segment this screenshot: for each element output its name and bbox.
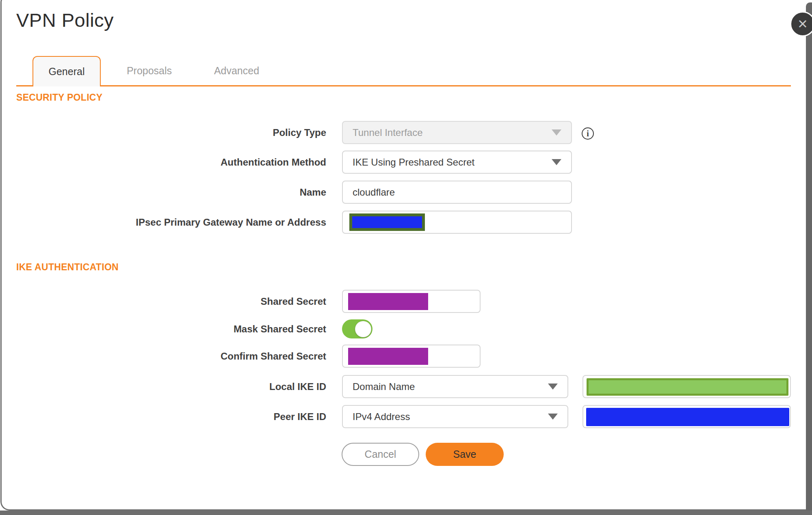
policy-type-label: Policy Type (16, 121, 326, 144)
peer-ike-id-type-value: IPv4 Address (353, 411, 548, 422)
cancel-button-label: Cancel (365, 448, 396, 460)
policy-type-select: Tunnel Interface (342, 121, 572, 144)
authentication-method-label: Authentication Method (16, 151, 326, 174)
confirm-shared-secret-label: Confirm Shared Secret (16, 345, 326, 368)
local-ike-id-value-input[interactable] (582, 375, 791, 398)
tab-general-label: General (49, 66, 85, 78)
chevron-down-icon (552, 129, 561, 136)
authentication-method-select[interactable]: IKE Using Preshared Secret (342, 151, 572, 174)
vpn-policy-dialog: ✕ VPN Policy General Proposals Advanced … (0, 0, 812, 515)
peer-ike-id-label: Peer IKE ID (16, 405, 326, 428)
info-icon[interactable]: i (582, 127, 594, 140)
chevron-down-icon (548, 414, 558, 420)
tab-advanced[interactable]: Advanced (193, 56, 280, 86)
redacted-shared-secret (348, 293, 428, 310)
toggle-knob (355, 321, 371, 337)
peer-ike-id-value-input[interactable] (582, 405, 791, 428)
name-input[interactable] (342, 181, 572, 204)
redacted-local-ike-id (587, 378, 788, 396)
local-ike-id-type-select[interactable]: Domain Name (342, 375, 568, 398)
tab-advanced-label: Advanced (214, 65, 259, 77)
peer-ike-id-type-select[interactable]: IPv4 Address (342, 405, 568, 428)
save-button-label: Save (453, 448, 476, 460)
shared-secret-label: Shared Secret (16, 290, 326, 313)
gateway-input[interactable] (342, 211, 572, 234)
name-label: Name (16, 181, 326, 204)
mask-shared-secret-label: Mask Shared Secret (16, 319, 326, 338)
mask-shared-secret-toggle[interactable] (342, 319, 372, 338)
shared-secret-input[interactable] (342, 290, 481, 313)
tab-proposals[interactable]: Proposals (114, 56, 185, 86)
tab-proposals-label: Proposals (127, 65, 172, 77)
local-ike-id-label: Local IKE ID (16, 375, 326, 398)
ike-authentication-heading: IKE AUTHENTICATION (16, 262, 119, 273)
tab-general[interactable]: General (32, 56, 101, 86)
tabs-underline (16, 85, 791, 86)
chevron-down-icon (552, 159, 561, 165)
save-button[interactable]: Save (426, 443, 504, 466)
redacted-confirm-shared-secret (348, 348, 428, 365)
redacted-gateway-address (349, 213, 425, 231)
gateway-label: IPsec Primary Gateway Name or Address (16, 211, 326, 234)
close-icon: ✕ (797, 18, 808, 30)
redacted-peer-ike-id (586, 408, 789, 426)
authentication-method-value: IKE Using Preshared Secret (353, 157, 552, 168)
page-backdrop-bottom (0, 511, 812, 515)
close-button[interactable]: ✕ (790, 11, 812, 37)
policy-type-value: Tunnel Interface (353, 127, 552, 138)
dialog-title: VPN Policy (16, 9, 114, 31)
local-ike-id-type-value: Domain Name (353, 381, 548, 392)
page-backdrop-right (806, 2, 812, 515)
chevron-down-icon (548, 384, 558, 390)
security-policy-heading: SECURITY POLICY (16, 92, 102, 103)
confirm-shared-secret-input[interactable] (342, 345, 481, 368)
cancel-button[interactable]: Cancel (342, 443, 419, 466)
